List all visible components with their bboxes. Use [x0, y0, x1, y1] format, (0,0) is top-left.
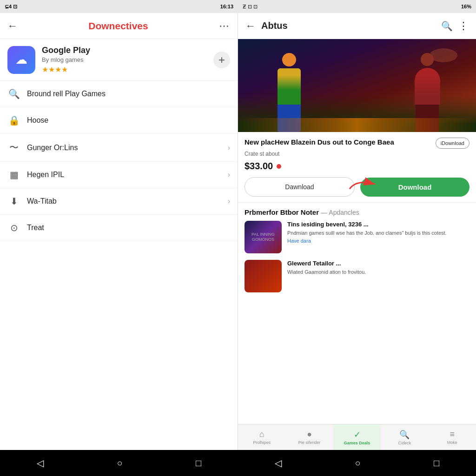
left-back-arrow[interactable]: ← [7, 20, 18, 32]
tab-cideck[interactable]: 🔍 Cideck [381, 424, 428, 450]
right-panel: ← Abtus 🔍 ⋮ [238, 13, 476, 450]
right-nav-home[interactable]: ○ [355, 458, 360, 469]
menu-item-5[interactable]: ⊙ Treat [0, 215, 238, 241]
left-nav-home[interactable]: ○ [117, 458, 122, 469]
tab-label-1: Pie sifender [298, 440, 321, 445]
menu-label-2: Gunger Or:Lins [27, 144, 221, 152]
menu-icon-3: ▦ [7, 169, 20, 180]
right-nav-recent[interactable]: □ [434, 458, 439, 469]
tab-label-3: Cideck [398, 441, 411, 445]
menu-icon-2: 〜 [7, 141, 20, 154]
app-info: Google Play By mlog games ★★★★ [42, 46, 207, 74]
menu-label-4: Wa-Titab [27, 197, 221, 205]
tab-icon-2: ✓ [354, 430, 361, 440]
price-dot [277, 164, 281, 169]
right-more-icon[interactable]: ⋮ [458, 20, 469, 32]
left-status-bar: ⊊4 ⊡ 16:13 [0, 0, 238, 13]
idownload-button[interactable]: iDownload [436, 138, 469, 149]
left-title: Downectives [21, 20, 215, 32]
left-nav-recent[interactable]: □ [196, 458, 201, 469]
right-topbar: ← Abtus 🔍 ⋮ [238, 13, 476, 39]
menu-item-3[interactable]: ▦ Hegen IPIL › [0, 162, 238, 188]
rec-name-0: Tins iesiding bevenl, 3236 ... [287, 221, 469, 228]
left-more-icon[interactable]: ⋯ [219, 20, 230, 32]
right-nav-back[interactable]: ◁ [275, 457, 282, 469]
app-subtitle: Crate st about [245, 151, 469, 157]
hero-image [238, 39, 476, 132]
bottom-tabbar: ⌂ Prolhipes ● Pie sifender ✓ Games Deals… [238, 424, 476, 450]
menu-icon-4: ⬇ [7, 196, 20, 207]
menu-chevron-3: › [228, 171, 230, 179]
left-topbar: ← Downectives ⋯ [0, 13, 238, 39]
left-nav-back[interactable]: ◁ [37, 457, 44, 469]
menu-label-0: Bround rell Play Games [27, 90, 230, 98]
menu-chevron-2: › [228, 144, 230, 152]
rec-thumb-0: PAL INNINGGOMONOS [245, 221, 282, 253]
tab-label-2: Games Deals [344, 441, 370, 445]
menu-item-0[interactable]: 🔍 Bround rell Play Games [0, 81, 238, 107]
menu-icon-1: 🔒 [7, 115, 20, 126]
right-status-left: Ƶ ⊡ ⊡ [243, 4, 258, 10]
rec-name-1: Glewerd Tetailor ... [287, 260, 469, 267]
menu-label-5: Treat [27, 224, 230, 232]
app-detail-title: New placHew Blazein Dus out to Conge Bae… [245, 138, 431, 147]
right-status-battery: 16% [461, 4, 471, 9]
tab-games-deals[interactable]: ✓ Games Deals [333, 424, 381, 450]
dawnload-button[interactable]: Dawnload [245, 177, 355, 197]
tab-pie-sifender[interactable]: ● Pie sifender [285, 424, 333, 450]
rec-item-1: Glewerd Tetailor ... Wiated Gaamonid ati… [245, 260, 469, 292]
menu-label-1: Hoose [27, 116, 230, 125]
recommendations: Prbmerfor Btbor Noter — Apdancles PAL IN… [238, 203, 476, 424]
right-title: Abtus [261, 20, 436, 31]
menu-item-4[interactable]: ⬇ Wa-Titab › [0, 188, 238, 215]
add-button[interactable]: + [213, 52, 230, 68]
app-price: $33.00 [245, 161, 273, 172]
menu-icon-0: 🔍 [7, 88, 20, 99]
app-icon: ☁ [7, 46, 35, 74]
menu-chevron-4: › [228, 197, 230, 205]
tab-label-0: Prolhipes [253, 440, 271, 445]
rec-section-title: Prbmerfor Btbor Noter — Apdancles [245, 208, 469, 216]
left-panel: ← Downectives ⋯ ☁ Google Play By mlog ga… [0, 13, 238, 450]
right-search-icon[interactable]: 🔍 [441, 20, 453, 32]
tab-label-4: Moke [447, 440, 457, 445]
right-nav-bar: ◁ ○ □ [238, 450, 476, 476]
app-icon-symbol: ☁ [15, 53, 27, 67]
rec-link-0[interactable]: Have dara [287, 238, 469, 244]
rec-info-1: Glewerd Tetailor ... Wiated Gaamonid ati… [287, 260, 469, 292]
menu-item-2[interactable]: 〜 Gunger Or:Lins › [0, 134, 238, 162]
download-button[interactable]: Download [360, 178, 469, 197]
rec-desc-1: Wiated Gaamonid ation to frovitou. [287, 269, 469, 276]
tab-icon-3: 🔍 [399, 430, 410, 440]
rec-desc-0: Pndmian games suill wse has the Job. ano… [287, 230, 469, 237]
app-name: Google Play [42, 46, 207, 55]
rec-item-0: PAL INNINGGOMONOS Tins iesiding bevenl, … [245, 221, 469, 253]
right-back-arrow[interactable]: ← [245, 20, 256, 32]
rec-info-0: Tins iesiding bevenl, 3236 ... Pndmian g… [287, 221, 469, 253]
left-status-left-icons: ⊊4 ⊡ [5, 4, 17, 10]
tab-prolhipes[interactable]: ⌂ Prolhipes [238, 424, 285, 450]
tab-icon-4: ≡ [450, 430, 455, 439]
rec-thumb-1 [245, 260, 282, 292]
app-detail: New placHew Blazein Dus out to Conge Bae… [238, 132, 476, 203]
left-nav-bar: ◁ ○ □ [0, 450, 238, 476]
menu-label-3: Hegen IPIL [27, 171, 221, 179]
tab-icon-0: ⌂ [259, 430, 264, 439]
tab-icon-1: ● [307, 430, 312, 439]
app-by: By mlog games [42, 56, 207, 63]
left-status-right: 16:13 [220, 4, 233, 9]
app-stars: ★★★★ [42, 65, 207, 74]
app-header: ☁ Google Play By mlog games ★★★★ + [0, 39, 238, 81]
menu-list: 🔍 Bround rell Play Games 🔒 Hoose 〜 Gunge… [0, 81, 238, 450]
right-status-bar: Ƶ ⊡ ⊡ 16% [238, 0, 476, 13]
menu-icon-5: ⊙ [7, 222, 20, 233]
menu-item-1[interactable]: 🔒 Hoose [0, 107, 238, 134]
tab-moke[interactable]: ≡ Moke [429, 424, 476, 450]
left-status-time: 16:13 [220, 4, 233, 9]
rec-section-sub: — Apdancles [321, 209, 359, 216]
